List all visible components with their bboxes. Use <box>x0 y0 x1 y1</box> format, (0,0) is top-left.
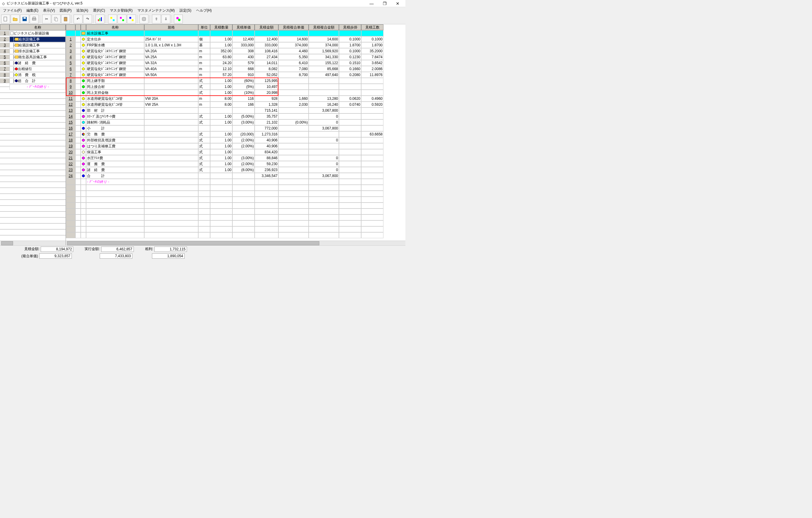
col-header-spec[interactable]: 規格 <box>144 24 198 30</box>
grid-cell[interactable]: 8,082 <box>255 66 279 72</box>
grid-cell[interactable] <box>81 167 86 173</box>
maximize-button[interactable]: ❐ <box>378 0 391 7</box>
grid-cell[interactable]: 式 <box>198 119 210 125</box>
grid-cell[interactable] <box>198 197 210 202</box>
grid-cell[interactable]: 333,000 <box>232 42 255 48</box>
grid-cell[interactable]: (3.00%) <box>232 155 255 161</box>
grid-cell[interactable] <box>361 191 383 197</box>
grid-cell[interactable]: 1.00 <box>210 143 232 149</box>
grid-cell[interactable] <box>309 209 339 214</box>
grid-cell[interactable] <box>255 202 279 209</box>
grid-cell[interactable]: 0 <box>309 155 339 161</box>
grid-cell[interactable] <box>339 149 361 155</box>
grid-cell[interactable] <box>210 202 232 209</box>
grid-cell[interactable]: 236,923 <box>255 167 279 173</box>
grid-cell[interactable] <box>232 185 255 191</box>
cut-button[interactable]: ✂ <box>42 15 51 24</box>
grid-cell[interactable]: 8.00 <box>210 96 232 102</box>
grid-cell[interactable]: 35.2000 <box>361 48 383 54</box>
grid-cell[interactable] <box>232 179 255 185</box>
grid-cell[interactable]: 88,846 <box>255 155 279 161</box>
grid-cell[interactable]: 雑材料･消耗品 <box>86 119 144 125</box>
tree-scrollbar[interactable] <box>0 241 66 245</box>
grid-cell[interactable]: 352.00 <box>210 48 232 54</box>
grid-cell[interactable] <box>361 202 383 209</box>
copy-button[interactable] <box>52 15 61 24</box>
grid-cell[interactable] <box>309 220 339 226</box>
grid-cell[interactable] <box>361 108 383 113</box>
grid-cell[interactable]: 2 <box>66 42 76 48</box>
grid-cell[interactable] <box>279 155 309 161</box>
grid-cell[interactable] <box>76 72 81 78</box>
minimize-button[interactable]: ― <box>365 0 378 7</box>
grid-cell[interactable] <box>81 113 86 119</box>
grid-cell[interactable] <box>361 173 383 179</box>
grid-cell[interactable] <box>309 30 339 36</box>
grid-cell[interactable] <box>279 84 309 90</box>
col-header-name[interactable]: 名称 <box>86 24 144 30</box>
grid-cell[interactable]: m <box>198 66 210 72</box>
grid-cell[interactable] <box>232 197 255 202</box>
grid-row[interactable]: 13部 材 計715,1413,067,800 <box>66 108 405 113</box>
grid-cell[interactable]: 0 <box>309 137 339 143</box>
grid-cell[interactable] <box>361 220 383 226</box>
grid-cell[interactable]: 水圧ﾃｽﾄ費 <box>86 155 144 161</box>
grid-cell[interactable] <box>66 202 76 209</box>
grid-cell[interactable] <box>339 84 361 90</box>
col-header-cup[interactable]: 見積複合単価 <box>279 24 309 30</box>
grid-cell[interactable]: 1.00 <box>210 84 232 90</box>
grid-cell[interactable]: 式 <box>198 167 210 173</box>
grid-cell[interactable]: 8,700 <box>279 72 309 78</box>
col-header-unit[interactable]: 単位 <box>198 24 210 30</box>
grid-cell[interactable] <box>232 226 255 232</box>
grid-cell[interactable] <box>144 119 198 125</box>
grid-cell[interactable] <box>76 149 81 155</box>
grid-cell[interactable] <box>76 155 81 161</box>
grid-cell[interactable] <box>144 90 198 96</box>
grid-cell[interactable]: 308 <box>232 48 255 54</box>
grid-cell[interactable]: 部 材 計 <box>86 108 144 113</box>
grid-cell[interactable] <box>232 209 255 214</box>
tool-b-button[interactable] <box>118 15 126 24</box>
new-button[interactable] <box>1 15 10 24</box>
grid-cell[interactable] <box>76 214 81 220</box>
grid-cell[interactable] <box>76 173 81 179</box>
grid-cell[interactable]: 166 <box>232 102 255 108</box>
up-button[interactable]: ⇧ <box>152 15 161 24</box>
grid-cell[interactable] <box>255 232 279 238</box>
grid-cell[interactable]: 保温工事 <box>86 149 144 155</box>
grid-cell[interactable] <box>144 84 198 90</box>
grid-row[interactable]: 22運 搬 費式1.00(2.00%)59,2300 <box>66 161 405 167</box>
grid-cell[interactable] <box>76 113 81 119</box>
grid-cell[interactable] <box>81 42 86 48</box>
grid-cell[interactable]: 8.00 <box>210 102 232 108</box>
grid-cell[interactable] <box>279 197 309 202</box>
grid-cell[interactable]: 5 <box>66 60 76 66</box>
grid-cell[interactable] <box>66 185 76 191</box>
grid-cell[interactable] <box>81 220 86 226</box>
grid-cell[interactable]: 772,000 <box>255 125 279 131</box>
grid-cell[interactable] <box>144 125 198 131</box>
grid-cell[interactable]: 1.00 <box>210 36 232 42</box>
grid-cell[interactable] <box>279 209 309 214</box>
tool-c-button[interactable] <box>127 15 136 24</box>
grid-cell[interactable] <box>309 185 339 191</box>
grid-cell[interactable]: 1.00 <box>210 167 232 173</box>
grid-cell[interactable]: 14,600 <box>309 36 339 42</box>
grid-cell[interactable] <box>76 36 81 42</box>
grid-cell[interactable] <box>339 108 361 113</box>
grid-cell[interactable]: 59,230 <box>255 161 279 167</box>
grid-cell[interactable]: 16 <box>66 125 76 131</box>
grid-cell[interactable] <box>81 119 86 125</box>
grid-cell[interactable] <box>361 113 383 119</box>
grid-cell[interactable] <box>81 84 86 90</box>
grid-cell[interactable] <box>76 202 81 209</box>
grid-cell[interactable] <box>361 84 383 90</box>
grid-row[interactable]: 24合 計3,346,5473,067,800 <box>66 173 405 179</box>
grid-cell[interactable]: 水道用硬質塩化ﾋﾞﾆﾙ管 <box>86 96 144 102</box>
grid-cell[interactable]: 1.0 1.0L x 1.0W x 1.3H <box>144 42 198 48</box>
grid-cell[interactable] <box>279 226 309 232</box>
grid-cell[interactable]: 21 <box>66 155 76 161</box>
col-header-camt[interactable]: 見積複合金額 <box>309 24 339 30</box>
grid-cell[interactable]: 1.00 <box>210 137 232 143</box>
